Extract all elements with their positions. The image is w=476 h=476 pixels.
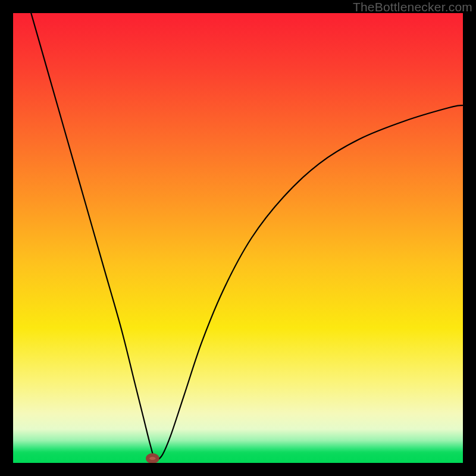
minimum-marker <box>148 455 158 462</box>
curve-svg <box>13 13 463 463</box>
chart-stage: TheBottlenecker.com <box>0 0 476 476</box>
watermark-text: TheBottlenecker.com <box>353 0 472 14</box>
bottleneck-curve <box>31 13 463 459</box>
plot-area <box>13 13 463 463</box>
